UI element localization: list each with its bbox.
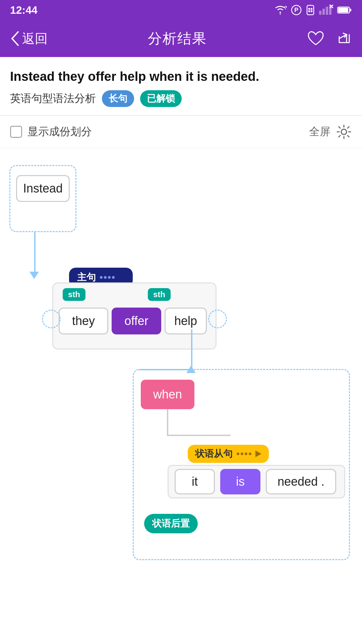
svg-rect-3 [307, 5, 314, 15]
toolbar: 返回 分析结果 [0, 20, 362, 57]
svg-text:?: ? [284, 5, 287, 10]
heart-icon[interactable] [307, 30, 324, 47]
dashed-circle-right [208, 310, 227, 328]
sub-clause-words-container: it is needed . [168, 465, 345, 498]
signal-icon [319, 5, 333, 15]
connector-h2 [167, 435, 231, 436]
fullscreen-controls: 全屏 [309, 124, 352, 140]
svg-rect-8 [319, 11, 321, 15]
svg-point-17 [341, 129, 347, 135]
toolbar-actions [307, 30, 352, 47]
share-icon[interactable] [335, 30, 352, 47]
when-word-box[interactable]: when [141, 380, 194, 409]
checkbox-label[interactable]: 显示成份划分 [10, 124, 92, 139]
is-word-box[interactable]: is [220, 469, 260, 494]
meta-label: 英语句型语法分析 [10, 91, 96, 106]
controls-row: 显示成份划分 全屏 [0, 116, 362, 148]
sentence-meta: 英语句型语法分析 长句 已解锁 [10, 90, 352, 107]
svg-rect-5 [311, 8, 312, 10]
svg-rect-6 [308, 10, 310, 12]
show-division-label: 显示成份划分 [27, 124, 92, 139]
adv-postposition-badge: 状语后置 [144, 514, 198, 533]
sentence-header: Instead they offer help when it is neede… [0, 57, 362, 116]
sth-label-2: sth [148, 288, 171, 301]
badge-long: 长句 [102, 90, 134, 107]
battery-icon [337, 6, 352, 14]
gear-icon[interactable] [336, 124, 352, 140]
back-button[interactable]: 返回 [10, 30, 48, 47]
arrow-down-1 [29, 272, 39, 279]
status-bar: 12:44 ? P [0, 0, 362, 20]
needed-word-box[interactable]: needed . [266, 469, 336, 494]
instead-word-box[interactable]: Instead [16, 175, 70, 202]
adv-clause-label: 状语从句 [188, 445, 269, 463]
connector-v1 [34, 232, 36, 272]
back-label: 返回 [22, 30, 48, 47]
badge-unlocked: 已解锁 [140, 90, 182, 107]
show-division-checkbox[interactable] [10, 126, 22, 138]
status-icons: ? P [274, 5, 352, 15]
svg-rect-4 [308, 8, 310, 10]
connector-v2 [191, 329, 192, 370]
fullscreen-label[interactable]: 全屏 [309, 124, 330, 139]
svg-rect-16 [350, 9, 351, 11]
sth-label-1: sth [63, 288, 85, 301]
offer-word-box[interactable]: offer [112, 308, 161, 334]
help-word-box[interactable]: help [165, 308, 207, 334]
svg-rect-9 [322, 9, 325, 15]
svg-text:P: P [294, 7, 298, 13]
svg-rect-15 [338, 8, 348, 12]
dashed-circle-left [42, 310, 61, 328]
sentence-text: Instead they offer help when it is neede… [10, 68, 352, 86]
toolbar-title: 分析结果 [148, 29, 207, 48]
diagram-area: Instead 主句 sth sth they offer [0, 148, 362, 618]
they-word-box[interactable]: they [59, 308, 108, 334]
sim-icon [306, 5, 315, 15]
it-word-box[interactable]: it [175, 469, 215, 494]
time: 12:44 [10, 4, 38, 16]
svg-rect-10 [326, 7, 328, 15]
svg-rect-7 [311, 10, 312, 12]
connector-v3 [167, 409, 168, 436]
parking-icon: P [291, 5, 302, 15]
wifi-question-icon: ? [274, 5, 287, 15]
